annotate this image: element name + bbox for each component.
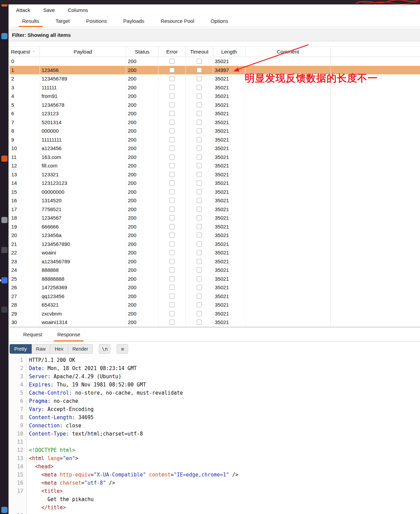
error-checkbox[interactable] xyxy=(169,285,175,290)
table-row[interactable]: 23a12345678920035021 xyxy=(10,257,420,266)
timeout-checkbox[interactable] xyxy=(197,146,202,151)
table-row[interactable]: 29zxcvbnm20035021 xyxy=(10,309,420,318)
error-checkbox[interactable] xyxy=(169,276,175,281)
table-row[interactable]: 4from9120035021 xyxy=(10,92,420,101)
error-checkbox[interactable] xyxy=(169,215,175,220)
error-checkbox[interactable] xyxy=(169,93,175,99)
error-checkbox[interactable] xyxy=(169,259,175,264)
table-row[interactable]: 17775852120035021 xyxy=(10,205,420,214)
table-row[interactable]: 020035021 xyxy=(10,57,420,66)
view-button-hex[interactable]: Hex xyxy=(50,344,68,354)
timeout-checkbox[interactable] xyxy=(197,180,202,186)
timeout-checkbox[interactable] xyxy=(197,250,202,255)
timeout-checkbox[interactable] xyxy=(197,267,202,273)
timeout-checkbox[interactable] xyxy=(197,241,202,247)
error-checkbox[interactable] xyxy=(169,294,175,299)
table-row[interactable]: 91111111120035021 xyxy=(10,135,420,144)
table-row[interactable]: 2865432120035021 xyxy=(10,300,420,309)
error-checkbox[interactable] xyxy=(169,224,175,229)
table-row[interactable]: 20123456a20035021 xyxy=(10,231,420,240)
table-row[interactable]: 27qq12345620035021 xyxy=(10,292,420,301)
timeout-checkbox[interactable] xyxy=(197,137,202,142)
table-row[interactable]: 18123456720035021 xyxy=(10,214,420,222)
view-button-raw[interactable]: Raw xyxy=(32,344,50,354)
view-button-pretty[interactable]: Pretty xyxy=(10,344,32,354)
tab-results[interactable]: Results xyxy=(14,15,47,27)
tab-request[interactable]: Request xyxy=(16,327,50,341)
timeout-checkbox[interactable] xyxy=(197,120,202,125)
tab-options[interactable]: Options xyxy=(202,15,237,27)
tab-resource-pool[interactable]: Resource Pool xyxy=(152,15,202,27)
table-row[interactable]: 2488888820035021 xyxy=(10,266,420,275)
timeout-checkbox[interactable] xyxy=(197,215,202,220)
timeout-checkbox[interactable] xyxy=(197,85,202,90)
column-header-payload[interactable]: Payload xyxy=(40,47,126,57)
menu-item-attack[interactable]: Attack xyxy=(12,6,34,14)
error-checkbox[interactable] xyxy=(169,198,175,203)
timeout-checkbox[interactable] xyxy=(197,294,202,299)
timeout-checkbox[interactable] xyxy=(197,233,202,238)
table-row[interactable]: 150000000020035021 xyxy=(10,188,420,196)
menu-item-columns[interactable]: Columns xyxy=(64,6,92,14)
editor-menu-button[interactable]: ≡ xyxy=(117,344,128,354)
error-checkbox[interactable] xyxy=(169,128,175,133)
timeout-checkbox[interactable] xyxy=(197,155,202,160)
table-row[interactable]: 1312332120035021 xyxy=(10,170,420,179)
timeout-checkbox[interactable] xyxy=(197,111,202,116)
dock-icon[interactable] xyxy=(1,33,7,39)
column-header-error[interactable]: Error xyxy=(159,47,186,57)
error-checkbox[interactable] xyxy=(169,233,175,238)
error-checkbox[interactable] xyxy=(169,311,175,316)
dock-icon[interactable] xyxy=(1,507,7,513)
timeout-checkbox[interactable] xyxy=(197,93,202,99)
error-checkbox[interactable] xyxy=(169,241,175,247)
column-header-request[interactable]: Request^ xyxy=(10,47,40,57)
newline-toggle-button[interactable]: \n xyxy=(99,344,110,354)
timeout-checkbox[interactable] xyxy=(197,68,202,73)
table-row[interactable]: 22woaini20035021 xyxy=(10,248,420,257)
table-row[interactable]: 11163.com20035021 xyxy=(10,153,420,162)
timeout-checkbox[interactable] xyxy=(197,224,202,229)
table-row[interactable]: 2614725836920035021 xyxy=(10,283,420,292)
tab-response[interactable]: Response xyxy=(50,327,88,341)
error-checkbox[interactable] xyxy=(169,207,175,212)
table-row[interactable]: 258888888820035021 xyxy=(10,275,420,283)
dock-icon[interactable] xyxy=(1,156,7,162)
response-viewer[interactable]: 1HTTP/1.1 200 OK2Date: Mon, 18 Oct 2021 … xyxy=(10,356,420,514)
tab-payloads[interactable]: Payloads xyxy=(115,15,153,27)
dock-icon[interactable] xyxy=(1,307,7,313)
timeout-checkbox[interactable] xyxy=(197,276,202,281)
timeout-checkbox[interactable] xyxy=(197,163,202,168)
table-row[interactable]: 12fill.com20035021 xyxy=(10,161,420,170)
timeout-checkbox[interactable] xyxy=(197,76,202,81)
timeout-checkbox[interactable] xyxy=(197,59,202,64)
error-checkbox[interactable] xyxy=(169,146,175,151)
error-checkbox[interactable] xyxy=(169,85,175,90)
error-checkbox[interactable] xyxy=(169,102,175,107)
timeout-checkbox[interactable] xyxy=(197,311,202,316)
table-row[interactable]: 800000020035021 xyxy=(10,127,420,135)
timeout-checkbox[interactable] xyxy=(197,302,202,307)
column-header-length[interactable]: Length xyxy=(213,47,245,57)
column-header-timeout[interactable]: Timeout xyxy=(186,47,213,57)
timeout-checkbox[interactable] xyxy=(197,128,202,133)
tab-positions[interactable]: Positions xyxy=(78,15,115,27)
dock-icon[interactable] xyxy=(1,277,7,283)
tab-target[interactable]: Target xyxy=(47,15,78,27)
error-checkbox[interactable] xyxy=(169,59,175,64)
timeout-checkbox[interactable] xyxy=(197,320,202,325)
table-row[interactable]: 30woaini131420035021 xyxy=(10,318,420,327)
table-row[interactable]: 1966666620035021 xyxy=(10,222,420,231)
timeout-checkbox[interactable] xyxy=(197,172,202,177)
error-checkbox[interactable] xyxy=(169,163,175,168)
error-checkbox[interactable] xyxy=(169,172,175,177)
error-checkbox[interactable] xyxy=(169,267,175,273)
table-row[interactable]: 1412312312320035021 xyxy=(10,179,420,188)
timeout-checkbox[interactable] xyxy=(197,198,202,203)
error-checkbox[interactable] xyxy=(169,180,175,186)
error-checkbox[interactable] xyxy=(169,76,175,81)
column-header-status[interactable]: Status xyxy=(126,47,159,57)
error-checkbox[interactable] xyxy=(169,155,175,160)
error-checkbox[interactable] xyxy=(169,68,175,73)
table-row[interactable]: 10a12345620035021 xyxy=(10,144,420,153)
